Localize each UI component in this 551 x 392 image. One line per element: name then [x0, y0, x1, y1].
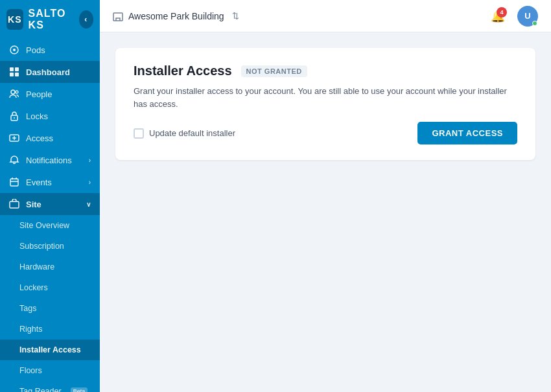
events-icon	[9, 177, 19, 187]
sidebar-item-access-label: Access	[26, 133, 53, 143]
installer-access-description: Grant your installer access to your acco…	[134, 85, 517, 110]
beta-badge: Beta	[71, 387, 88, 392]
installer-access-card: Installer Access NOT GRANTED Grant your …	[115, 48, 535, 160]
brand-name: SALTO KS	[29, 8, 74, 31]
content-area: Installer Access NOT GRANTED Grant your …	[100, 32, 551, 392]
sidebar-item-pods-label: Pods	[26, 45, 45, 55]
installer-header: Installer Access NOT GRANTED	[134, 63, 517, 78]
brand-logo[interactable]: KS SALTO KS ‹	[0, 0, 100, 39]
sidebar-item-floors-label: Floors	[19, 366, 42, 375]
sidebar-item-locks-label: Locks	[26, 111, 48, 121]
svg-rect-4	[10, 73, 14, 76]
svg-point-1	[13, 49, 16, 51]
sidebar-item-events-label: Events	[26, 178, 52, 187]
svg-point-6	[11, 90, 15, 94]
sidebar-item-people-label: People	[26, 89, 52, 99]
sidebar-item-lockers-label: Lockers	[19, 283, 48, 292]
svg-point-9	[14, 117, 15, 119]
checkbox-box[interactable]	[134, 128, 144, 139]
svg-point-7	[16, 91, 18, 93]
sort-icon[interactable]: ⇅	[232, 11, 239, 21]
sidebar-item-site[interactable]: Site ∨	[0, 193, 100, 215]
sidebar-item-hardware-label: Hardware	[19, 262, 54, 271]
sidebar-item-subscription[interactable]: Subscription	[0, 236, 100, 257]
sidebar-item-rights-label: Rights	[19, 325, 42, 334]
sidebar-item-events[interactable]: Events ›	[0, 171, 100, 193]
people-icon	[9, 89, 19, 99]
svg-rect-12	[10, 202, 19, 208]
svg-rect-11	[10, 179, 18, 186]
notifications-chevron-icon: ›	[89, 157, 91, 164]
locks-icon	[9, 111, 19, 121]
svg-rect-14	[113, 13, 123, 21]
svg-rect-5	[15, 73, 19, 76]
avatar[interactable]: U	[517, 6, 538, 27]
sidebar-nav: Pods Dashboard People Locks	[0, 39, 100, 392]
building-icon	[113, 11, 123, 21]
sidebar-item-tag-reader[interactable]: Tag Reader Beta	[0, 381, 100, 392]
notification-count-badge: 4	[497, 7, 507, 17]
site-icon	[9, 199, 19, 209]
sidebar-item-tags[interactable]: Tags	[0, 298, 100, 319]
sidebar-item-installer-access[interactable]: Installer Access	[0, 340, 100, 360]
sidebar-item-installer-access-label: Installer Access	[19, 345, 81, 354]
notification-bell[interactable]: 🔔 4	[487, 6, 508, 27]
header-right: 🔔 4 U	[487, 6, 538, 27]
avatar-status-indicator	[532, 21, 537, 26]
sidebar-item-notifications[interactable]: Notifications ›	[0, 149, 100, 171]
sidebar-item-floors[interactable]: Floors	[0, 360, 100, 381]
sidebar-item-site-overview-label: Site Overview	[19, 221, 69, 230]
sidebar-item-rights[interactable]: Rights	[0, 319, 100, 340]
sidebar-item-tags-label: Tags	[19, 304, 36, 313]
svg-rect-2	[10, 67, 14, 71]
sidebar-item-site-label: Site	[26, 200, 41, 209]
logo-icon: KS	[6, 9, 23, 30]
sidebar-item-subscription-label: Subscription	[19, 242, 64, 251]
site-chevron-icon: ∨	[86, 201, 91, 208]
access-icon	[9, 133, 19, 143]
pods-icon	[9, 45, 19, 55]
avatar-initials: U	[524, 11, 530, 21]
sidebar-item-tag-reader-label: Tag Reader	[19, 387, 62, 392]
sidebar-item-lockers[interactable]: Lockers	[0, 277, 100, 298]
sidebar-item-dashboard-label: Dashboard	[26, 67, 70, 77]
sidebar-item-hardware[interactable]: Hardware	[0, 257, 100, 277]
installer-access-title: Installer Access	[134, 63, 232, 78]
sidebar-item-access[interactable]: Access	[0, 127, 100, 149]
sidebar-item-site-overview[interactable]: Site Overview	[0, 215, 100, 236]
header: Awesome Park Building ⇅ 🔔 4 U	[100, 0, 551, 32]
notifications-icon	[9, 155, 19, 165]
svg-rect-3	[15, 67, 19, 71]
installer-footer: Update default installer GRANT ACCESS	[134, 122, 517, 144]
sidebar-item-notifications-label: Notifications	[26, 156, 72, 165]
sidebar-item-pods[interactable]: Pods	[0, 39, 100, 61]
sidebar-toggle-button[interactable]: ‹	[79, 10, 93, 29]
sidebar-item-locks[interactable]: Locks	[0, 105, 100, 127]
events-chevron-icon: ›	[89, 179, 91, 186]
grant-access-button[interactable]: GRANT ACCESS	[417, 122, 517, 144]
not-granted-badge: NOT GRANTED	[241, 65, 307, 77]
building-name: Awesome Park Building	[128, 11, 224, 21]
sidebar-item-dashboard[interactable]: Dashboard	[0, 61, 100, 83]
checkbox-label: Update default installer	[149, 128, 235, 138]
main-area: Awesome Park Building ⇅ 🔔 4 U Installer …	[100, 0, 551, 392]
sidebar-item-people[interactable]: People	[0, 83, 100, 105]
dashboard-icon	[9, 67, 19, 77]
sidebar: KS SALTO KS ‹ Pods Dashboard People	[0, 0, 100, 392]
update-default-installer-checkbox[interactable]: Update default installer	[134, 128, 235, 139]
